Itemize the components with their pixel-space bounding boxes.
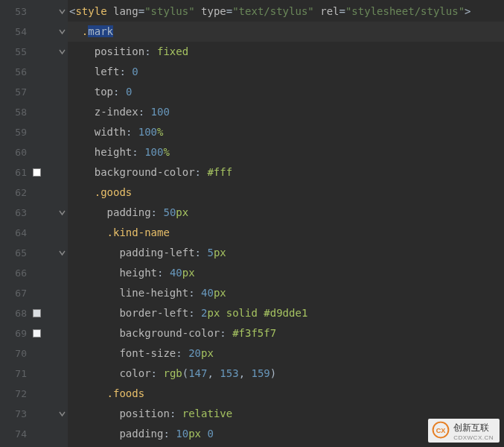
line-number: 65 [0,243,27,263]
code-line[interactable]: left: 0 [68,62,504,82]
watermark-text: 创新互联 [453,422,494,434]
code-line[interactable]: .goods [68,183,504,203]
line-number: 63 [0,203,27,223]
code-line[interactable]: .kind-name [68,223,504,243]
code-area[interactable]: <style lang="stylus" type="text/stylus" … [68,0,504,447]
fold-icon[interactable] [58,249,66,257]
line-number: 61 [0,162,27,183]
line-number: 60 [0,142,27,162]
code-line[interactable]: font-size: 20px [68,343,504,364]
line-number: 56 [0,62,27,82]
watermark-logo-icon: CX [431,420,450,440]
line-number: 53 [0,1,27,22]
gutter-markers [30,0,68,444]
watermark: CX 创新互联 CDXWCX.CN [428,419,500,443]
line-number: 73 [0,404,27,424]
fold-icon[interactable] [58,209,66,217]
code-line[interactable]: border-left: 2px solid #d9dde1 [68,303,504,323]
line-number: 69 [0,323,27,343]
color-swatch-icon [33,329,41,337]
code-editor[interactable]: 5354555657585960616263646566676869707172… [0,0,504,447]
line-number: 64 [0,223,27,243]
code-line[interactable]: <style lang="stylus" type="text/stylus" … [68,1,504,22]
code-line[interactable]: z-index: 100 [68,102,504,122]
code-line[interactable]: padding: 50px [68,203,504,223]
line-number: 66 [0,263,27,283]
watermark-sub: CDXWCX.CN [453,434,494,441]
code-line[interactable]: .foods [68,384,504,404]
line-number: 57 [0,82,27,102]
line-number: 71 [0,364,27,384]
line-number: 68 [0,303,27,323]
code-line[interactable]: height: 100% [68,142,504,162]
code-line[interactable]: .mark [68,22,504,42]
line-number: 74 [0,424,27,444]
code-line[interactable]: top: 0 [68,82,504,102]
code-line[interactable]: line-height: 40px [68,283,504,303]
code-line[interactable]: height: 40px [68,263,504,283]
line-numbers: 5354555657585960616263646566676869707172… [0,0,27,444]
line-number: 70 [0,343,27,364]
line-number: 55 [0,42,27,62]
line-number: 54 [0,22,27,42]
fold-icon[interactable] [58,48,66,56]
code-line[interactable]: color: rgb(147, 153, 159) [68,364,504,384]
code-line[interactable]: background-color: #f3f5f7 [68,323,504,343]
color-swatch-icon [33,309,41,317]
line-number: 67 [0,283,27,303]
line-number: 59 [0,122,27,142]
code-line[interactable]: background-color: #fff [68,162,504,183]
color-swatch-icon [33,168,41,177]
line-number: 62 [0,183,27,203]
code-line[interactable]: width: 100% [68,122,504,142]
fold-icon[interactable] [58,28,66,36]
gutter: 5354555657585960616263646566676869707172… [0,0,68,447]
code-line[interactable]: padding-left: 5px [68,243,504,263]
fold-icon[interactable] [58,7,66,16]
line-number: 58 [0,102,27,122]
fold-icon[interactable] [58,410,66,418]
svg-text:CX: CX [436,427,446,434]
code-line[interactable]: position: fixed [68,42,504,62]
line-number: 72 [0,384,27,404]
